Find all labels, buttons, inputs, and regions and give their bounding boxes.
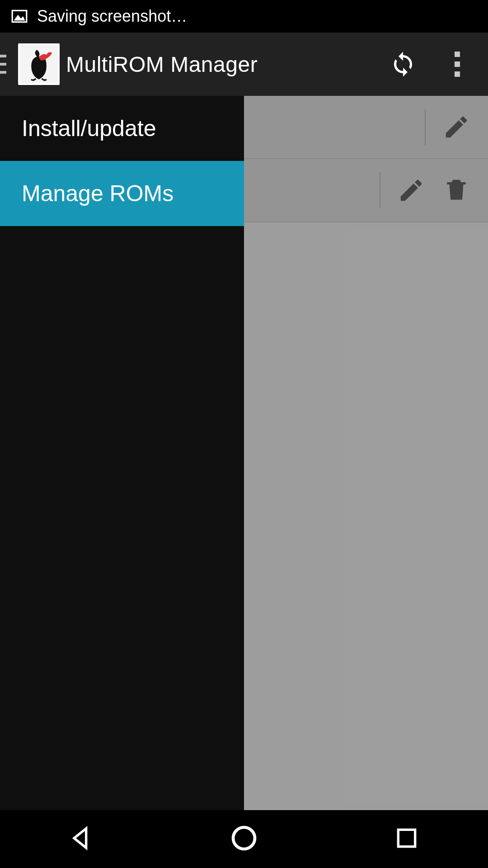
nav-back-button[interactable]	[67, 824, 96, 854]
drawer-item-install-update[interactable]: Install/update	[0, 96, 244, 161]
drawer-item-manage-roms[interactable]: Manage ROMs	[0, 161, 244, 226]
overflow-icon	[455, 52, 460, 77]
back-icon	[67, 824, 96, 853]
action-bar: MultiROM Manager	[0, 33, 488, 96]
app-icon	[18, 43, 60, 85]
system-nav-bar	[0, 810, 488, 868]
drawer-item-label: Manage ROMs	[22, 180, 174, 207]
svg-rect-3	[398, 830, 415, 846]
status-text: Saving screenshot…	[37, 7, 187, 26]
svg-point-2	[233, 827, 255, 849]
refresh-icon	[389, 51, 417, 78]
nav-recent-button[interactable]	[392, 824, 421, 854]
overflow-menu-button[interactable]	[430, 37, 484, 91]
drawer-toggle[interactable]	[0, 33, 7, 96]
recent-apps-icon	[392, 824, 421, 853]
nav-home-button[interactable]	[230, 824, 258, 854]
app-title: MultiROM Manager	[66, 52, 258, 77]
refresh-button[interactable]	[376, 37, 430, 91]
home-icon	[230, 824, 258, 853]
picture-icon	[11, 8, 28, 25]
status-bar: Saving screenshot…	[0, 0, 488, 33]
drawer-item-label: Install/update	[22, 115, 156, 142]
drawer-scrim[interactable]	[244, 96, 488, 810]
navigation-drawer: Install/update Manage ROMs	[0, 96, 244, 810]
